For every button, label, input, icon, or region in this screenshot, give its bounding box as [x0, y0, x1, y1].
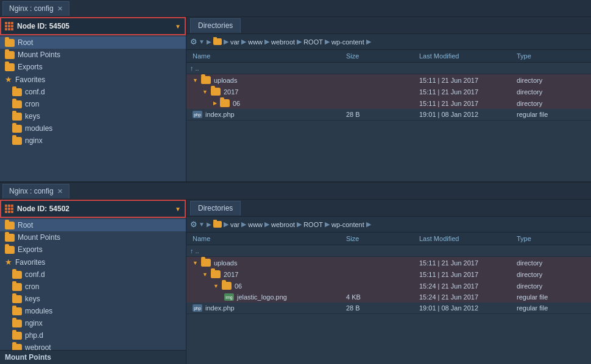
panel-1-close[interactable]: ✕ [57, 5, 63, 13]
row-name-jelastic: img jelastic_logo.png [190, 293, 344, 301]
panel-2-dir-tab[interactable]: Directories [190, 201, 241, 215]
folder-icon [12, 283, 22, 291]
bc-sep: ▶ [224, 220, 228, 228]
node-selector-1[interactable]: Node ID: 54505 ▼ [0, 17, 186, 35]
folder-icon [220, 99, 230, 107]
tree-item-favorites-2[interactable]: ★ Favorites [0, 256, 186, 268]
tree-item-exports-2[interactable]: Exports [0, 243, 186, 256]
tree-item-phpd-2[interactable]: php.d [0, 329, 186, 341]
tree-item-mountpoints-2[interactable]: Mount Points [0, 231, 186, 243]
table-header-1: Name Size Last Modified Type [186, 50, 591, 63]
panel-1-dir-tab[interactable]: Directories [190, 18, 241, 33]
bc-folder-icon-2 [213, 221, 222, 228]
expand-icon: ▼ [193, 77, 198, 83]
table-row[interactable]: ▼ uploads 15:11 | 21 Jun 2017 directory [186, 257, 591, 268]
table-row[interactable]: php index.php 28 B 19:01 | 08 Jan 2012 r… [186, 303, 591, 314]
dir-tab-label: Directories [198, 204, 233, 212]
tree-item-label: Favorites [15, 258, 45, 267]
dropdown-arrow-1: ▼ [175, 23, 181, 30]
bc-wpcontent[interactable]: wp-content [331, 38, 364, 46]
panel-1-tab-label: Nginx : config [9, 4, 54, 13]
panel-2-tab-bar: Nginx : config ✕ [0, 183, 591, 200]
node-selector-2[interactable]: Node ID: 54502 ▼ [0, 200, 186, 218]
file-type: regular file [514, 111, 587, 118]
tree-item-keys-2[interactable]: keys [0, 293, 186, 305]
dropdown-arrow-2: ▼ [175, 206, 181, 212]
col-name: Name [190, 52, 344, 60]
panel-2-dir-tab-bar: Directories [186, 200, 591, 217]
tree-item-nginx-2[interactable]: nginx [0, 317, 186, 329]
table-row[interactable]: ▼ 2017 15:11 | 21 Jun 2017 directory [186, 268, 591, 280]
grid-icon-2 [5, 205, 13, 213]
tree-item-exports-1[interactable]: Exports [0, 61, 186, 73]
tree-item-confd-1[interactable]: conf.d [0, 86, 186, 98]
gear-button-2[interactable]: ⚙ ▼ [190, 220, 205, 229]
panel-2-content: Directories ⚙ ▼ ▶ ▶ var ▶ www ▶ webroot [186, 200, 591, 364]
tree-item-webroot-2[interactable]: webroot [0, 341, 186, 350]
gear-dropdown-arrow: ▼ [199, 38, 205, 45]
tree-item-label: webroot [25, 343, 51, 350]
file-size: 4 KB [344, 293, 417, 301]
tree-item-label: Root [18, 221, 33, 229]
tree-item-nginx-1[interactable]: nginx [0, 135, 186, 147]
tree-item-mountpoints-1[interactable]: Mount Points [0, 49, 186, 61]
table-row[interactable]: ▶ 06 15:11 | 21 Jun 2017 directory [186, 97, 591, 109]
bc-webroot-2[interactable]: webroot [271, 221, 295, 228]
panel-1-tab[interactable]: Nginx : config ✕ [2, 1, 69, 16]
gear-button-1[interactable]: ⚙ ▼ [190, 37, 205, 46]
tree-item-label: nginx [25, 136, 43, 145]
bc-root-2[interactable]: ROOT [303, 221, 323, 228]
tree-item-label: nginx [25, 319, 43, 327]
table-row[interactable]: ▼ uploads 15:11 | 21 Jun 2017 directory [186, 74, 591, 86]
star-icon: ★ [5, 257, 12, 267]
node-label-1: Node ID: 54505 [17, 22, 171, 30]
panel-1: Nginx : config ✕ Node ID: 54505 ▼ [0, 0, 591, 181]
col-modified: Last Modified [417, 235, 514, 242]
bc-sep: ▶ [241, 38, 246, 46]
tree-item-label: Mount Points [18, 233, 60, 242]
bc-root[interactable]: ROOT [303, 38, 323, 46]
bc-sep: ▶ [325, 38, 330, 46]
bc-webroot[interactable]: webroot [271, 38, 295, 46]
table-row[interactable]: img jelastic_logo.png 4 KB 15:24 | 21 Ju… [186, 292, 591, 303]
folder-icon [5, 39, 15, 47]
panel-2-close[interactable]: ✕ [57, 187, 63, 195]
row-name-indexphp-2: php index.php [190, 304, 344, 312]
folder-icon [201, 259, 211, 267]
star-icon: ★ [5, 75, 12, 84]
bc-var-2[interactable]: var [230, 221, 239, 228]
tree-item-label: keys [25, 295, 40, 303]
row-name-indexphp: php index.php [190, 111, 344, 118]
tree-item-favorites-1[interactable]: ★ Favorites [0, 73, 186, 86]
parent-dir-row-2[interactable]: ↑ .. [186, 245, 591, 257]
bc-sep: ▶ [241, 220, 246, 228]
table-row[interactable]: ▼ 2017 15:11 | 21 Jun 2017 directory [186, 86, 591, 97]
bc-var[interactable]: var [230, 38, 239, 46]
tree-item-root-2[interactable]: Root [0, 219, 186, 231]
table-row[interactable]: ▼ 06 15:24 | 21 Jun 2017 directory [186, 280, 591, 292]
folder-icon [5, 234, 15, 242]
file-modified: 19:01 | 08 Jan 2012 [417, 304, 514, 312]
bc-sep: ▶ [366, 38, 371, 46]
row-name-uploads-2: ▼ uploads [190, 259, 344, 267]
table-row[interactable]: php index.php 28 B 19:01 | 08 Jan 2012 r… [186, 109, 591, 121]
bc-sep: ▶ [264, 220, 269, 228]
tree-item-root-1[interactable]: Root [0, 37, 186, 49]
parent-dir-row[interactable]: ↑ .. [186, 63, 591, 74]
tree-item-modules-1[interactable]: modules [0, 122, 186, 135]
panel-2-tab[interactable]: Nginx : config ✕ [2, 184, 69, 198]
tree-item-cron-2[interactable]: cron [0, 281, 186, 293]
bc-www-2[interactable]: www [248, 221, 263, 228]
file-name: index.php [205, 111, 235, 118]
tree-item-modules-2[interactable]: modules [0, 305, 186, 317]
tree-item-cron-1[interactable]: cron [0, 98, 186, 110]
folder-icon [12, 271, 22, 279]
bc-wpcontent-2[interactable]: wp-content [331, 221, 364, 228]
tree-item-confd-2[interactable]: conf.d [0, 268, 186, 281]
file-name: 2017 [224, 271, 238, 278]
file-name: uploads [214, 259, 238, 267]
panel-1-sidebar: Node ID: 54505 ▼ Root Mount Points Expor… [0, 17, 186, 181]
tree-item-keys-1[interactable]: keys [0, 110, 186, 122]
file-type: regular file [514, 293, 587, 301]
bc-www[interactable]: www [248, 38, 263, 46]
